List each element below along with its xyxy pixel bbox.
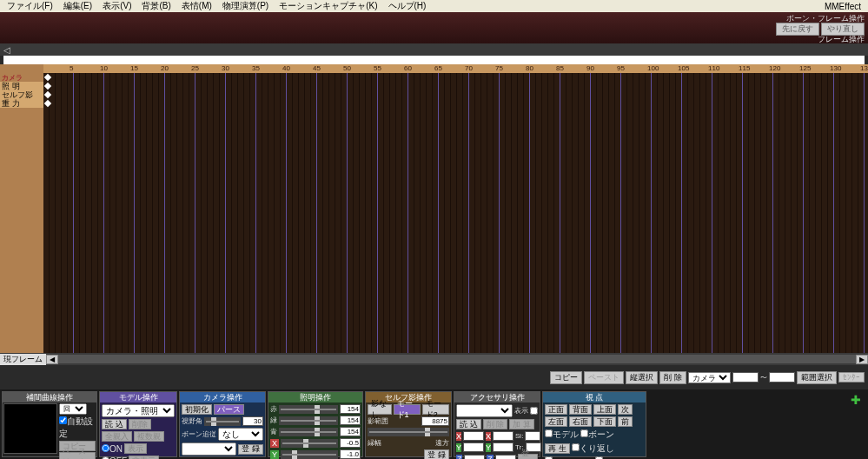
view-right-button[interactable]: 右面 <box>569 416 592 427</box>
light-x-value[interactable]: -0.5 <box>340 438 361 448</box>
interp-axis-select[interactable]: 回 転 <box>59 403 87 415</box>
keyframe-icon[interactable] <box>44 74 51 81</box>
keyframe-icon[interactable] <box>44 83 51 90</box>
shadow-range-value[interactable]: 8875 <box>421 416 449 426</box>
frame-name-bar <box>3 56 865 64</box>
camera-bone-select-2[interactable] <box>182 442 236 456</box>
view-left-button[interactable]: 左面 <box>545 416 567 427</box>
acc-rx-input[interactable] <box>493 431 514 441</box>
acc-x-input[interactable] <box>463 431 484 441</box>
model-multi-button[interactable]: 複数親 <box>134 431 164 442</box>
ruler-tick: 10 <box>100 64 108 72</box>
shadow-register-button[interactable]: 登 録 <box>424 449 449 459</box>
acc-add-button[interactable]: 加 算 <box>509 419 534 429</box>
model-zenshin-button[interactable]: 全親入 <box>102 431 132 442</box>
menu-mmeffect[interactable]: MMEffect <box>819 2 866 11</box>
menu-bar: ファイル(F) 編集(E) 表示(V) 背景(B) 表情(M) 物理演算(P) … <box>0 0 868 12</box>
acc-delete-button[interactable]: 削 除 <box>483 419 508 429</box>
menu-edit[interactable]: 編集(E) <box>58 0 97 12</box>
acc-si-input[interactable] <box>525 431 540 441</box>
light-r-value[interactable]: 154 <box>340 404 361 414</box>
camera-selector[interactable]: カメラ <box>688 372 731 383</box>
model-selector[interactable]: カメラ・照明・アクセサリ <box>102 404 175 417</box>
acc-load-button[interactable]: 読 込 <box>456 419 481 429</box>
range-from-input[interactable] <box>732 372 759 382</box>
menu-expression[interactable]: 表情(M) <box>176 0 217 12</box>
shadow-off-button[interactable]: 影なし <box>368 404 392 415</box>
camera-fov-slider[interactable] <box>204 417 241 426</box>
light-x-slider[interactable] <box>281 439 338 448</box>
acc-ry-input[interactable] <box>493 442 514 452</box>
menu-background[interactable]: 背景(B) <box>136 0 176 12</box>
view-model-checkbox[interactable] <box>545 429 553 437</box>
timeline-scrollbar[interactable] <box>58 355 856 363</box>
paste-button[interactable]: ペースト <box>584 371 624 384</box>
timeline-ruler[interactable]: 5101520253035404550556065707580859095100… <box>43 64 868 73</box>
ruler-tick: 105 <box>678 64 689 72</box>
camera-init-button[interactable]: 初期化 <box>182 404 212 415</box>
acc-selector[interactable] <box>456 404 513 417</box>
light-b-value[interactable]: 154 <box>340 427 361 436</box>
light-y-slider[interactable] <box>281 450 338 459</box>
view-top-button[interactable]: 上面 <box>593 404 616 415</box>
axis-y-icon: Y <box>456 443 461 452</box>
view-bottom-button[interactable]: 下面 <box>593 416 616 427</box>
light-g-slider[interactable] <box>279 416 338 425</box>
model-delete-button[interactable]: 削除 <box>129 419 151 429</box>
timeline-grid[interactable]: 5101520253035404550556065707580859095100… <box>43 64 868 353</box>
add-icon[interactable]: ✚ <box>851 393 861 407</box>
light-y-value[interactable]: -1.0 <box>340 449 361 459</box>
model-hidden-button[interactable]: 非表示 <box>129 456 159 459</box>
view-prev-button[interactable]: 前 <box>618 416 633 427</box>
view-back-button[interactable]: 背面 <box>569 404 592 415</box>
menu-help[interactable]: ヘルプ(H) <box>383 0 432 12</box>
interp-auto-checkbox[interactable] <box>59 416 67 424</box>
camera-register-button[interactable]: 登 録 <box>238 444 263 455</box>
repeat-checkbox[interactable] <box>572 443 580 451</box>
scroll-left-button[interactable]: ◀ <box>46 355 58 364</box>
model-load-button[interactable]: 読 込 <box>102 419 127 429</box>
track-gravity[interactable]: 重 力 <box>0 99 43 108</box>
delete-button[interactable]: 削 除 <box>659 371 686 384</box>
model-on-radio[interactable] <box>102 444 109 452</box>
shadow-mode1-button[interactable]: モード1 <box>394 404 421 415</box>
interp-curve-canvas[interactable] <box>3 403 57 454</box>
view-next-button[interactable]: 次 <box>618 404 633 415</box>
menu-file[interactable]: ファイル(F) <box>2 0 58 12</box>
keyframe-icon[interactable] <box>44 100 51 107</box>
camera-bone-select[interactable]: なし <box>218 428 263 441</box>
collapse-bar[interactable]: ◁ <box>0 43 868 56</box>
range-select-button[interactable]: 範囲選択 <box>797 371 837 384</box>
menu-view[interactable]: 表示(V) <box>97 0 136 12</box>
view-front-button[interactable]: 正面 <box>545 404 567 415</box>
scroll-right-button[interactable]: ▶ <box>856 355 868 364</box>
view-title: 視 点 <box>543 392 646 402</box>
menu-mocap[interactable]: モーションキャプチャ(K) <box>274 0 382 12</box>
camera-fov-value[interactable]: 30 <box>242 416 263 426</box>
column-select-button[interactable]: 縦選択 <box>626 371 658 384</box>
keyframe-icon[interactable] <box>44 91 51 98</box>
ruler-tick: 115 <box>739 64 750 72</box>
acc-y-input[interactable] <box>463 442 484 452</box>
light-g-value[interactable]: 154 <box>340 416 361 425</box>
range-to-input[interactable] <box>769 372 795 382</box>
acc-register-button[interactable]: 登 録 <box>518 454 538 459</box>
light-r-slider[interactable] <box>279 405 338 414</box>
light-b-slider[interactable] <box>279 428 338 436</box>
timeline: カメラ 照 明 セルフ影 重 力 51015202530354045505560… <box>0 64 868 353</box>
shadow-mode2-button[interactable]: モード2 <box>422 404 449 415</box>
model-visible-button[interactable]: 表示 <box>124 443 147 454</box>
acc-rz-input[interactable] <box>495 455 516 460</box>
model-off-radio[interactable] <box>102 456 109 460</box>
undo-button[interactable]: 先に戻す <box>776 23 819 36</box>
copy-button[interactable]: コピー <box>550 371 582 384</box>
timeline-body[interactable] <box>43 73 868 353</box>
acc-visible-checkbox[interactable] <box>530 407 538 415</box>
acc-z-input[interactable] <box>464 455 485 460</box>
menu-physics[interactable]: 物理演算(P) <box>217 0 274 12</box>
unselect-button[interactable]: ｾﾝﾀｰ <box>838 372 865 382</box>
camera-persp-button[interactable]: パース <box>214 404 244 415</box>
view-bone-checkbox[interactable] <box>580 429 588 437</box>
shadow-range-slider[interactable] <box>368 428 449 436</box>
play-button[interactable]: 再 生 <box>545 443 570 454</box>
